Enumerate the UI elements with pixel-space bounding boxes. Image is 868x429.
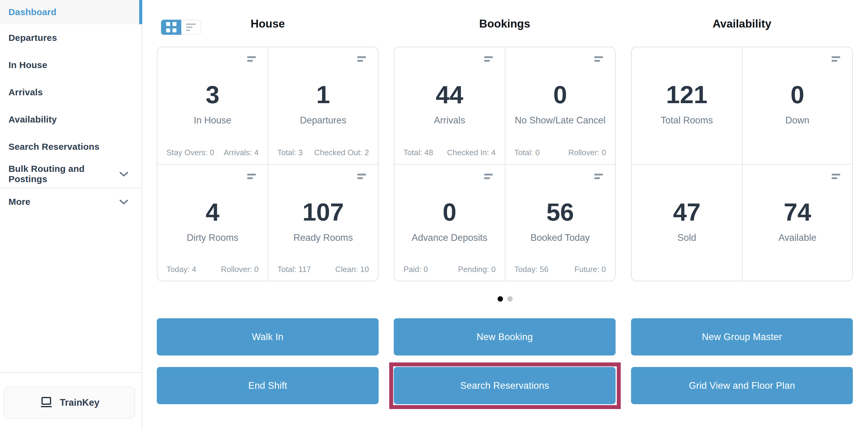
card-value: 107 (269, 200, 378, 225)
card-value: 1 (269, 82, 378, 107)
walk-in-button[interactable]: Walk In (157, 318, 379, 356)
card-value: 44 (394, 82, 505, 107)
card-value: 74 (743, 200, 852, 225)
card-stat-left: Stay Overs: 0 (166, 148, 214, 157)
card-label: Total Rooms (633, 115, 740, 126)
chevron-down-icon (119, 199, 128, 204)
carousel-dot[interactable] (507, 296, 513, 302)
card-label: Available (745, 232, 851, 243)
card-value: 3 (157, 82, 268, 107)
card-label: Departures (270, 115, 376, 126)
card-stat-right: Arrivals: 4 (224, 148, 259, 157)
card-sold[interactable]: 47 Sold (632, 164, 742, 281)
card-stat-left: Total: 3 (278, 148, 303, 157)
card-stat-right: Rollover: 0 (568, 148, 606, 157)
card-value: 56 (505, 200, 615, 225)
card-value: 0 (505, 82, 615, 107)
card-label: In House (159, 115, 266, 126)
card-label: No Show/Late Cancel (507, 115, 614, 126)
card-available[interactable]: 74 Available (742, 164, 852, 281)
card-value: 121 (632, 82, 742, 107)
list-view-icon (186, 24, 196, 31)
sidebar-item-search-reservations[interactable]: Search Reservations (0, 133, 142, 160)
sidebar-item-in-house[interactable]: In House (0, 52, 142, 79)
card-stat-left: Total: 0 (515, 148, 540, 157)
card-stat-right: Future: 0 (575, 265, 606, 274)
card-booked-today[interactable]: 56 Booked Today Today: 56 Future: 0 (505, 164, 615, 281)
carousel-dot-active[interactable] (498, 296, 503, 302)
new-booking-button[interactable]: New Booking (394, 318, 616, 356)
grid-view-toggle-button[interactable] (161, 20, 181, 35)
sidebar-item-availability[interactable]: Availability (0, 106, 142, 133)
trainkey-button[interactable]: TrainKey (4, 387, 135, 419)
section-house: House 3 In House Stay Overs: 0 Arrivals:… (157, 0, 379, 429)
dashboard-main: House 3 In House Stay Overs: 0 Arrivals:… (142, 0, 868, 429)
card-value: 0 (743, 82, 852, 107)
sidebar-item-more[interactable]: More (0, 188, 142, 216)
sidebar-nav: Dashboard Departures In House Arrivals A… (0, 0, 142, 216)
section-title: Bookings (394, 18, 616, 30)
filter-bars-icon (832, 56, 840, 62)
card-ready-rooms[interactable]: 107 Ready Rooms Total: 117 Clean: 10 (268, 164, 378, 281)
filter-bars-icon (484, 174, 493, 179)
card-stat-right: Clean: 10 (335, 265, 369, 274)
card-label: Down (745, 115, 851, 126)
grid-view-floor-plan-button[interactable]: Grid View and Floor Plan (631, 367, 853, 404)
carousel-pagination (142, 296, 868, 302)
laptop-icon (39, 397, 53, 409)
availability-card-group: 121 Total Rooms 0 Down 47 Sold 74 Availa… (631, 46, 853, 282)
sidebar-item-label: Search Reservations (8, 141, 100, 152)
new-group-master-button[interactable]: New Group Master (631, 318, 853, 356)
card-arrivals[interactable]: 44 Arrivals Total: 48 Checked In: 4 (394, 47, 505, 164)
sidebar-item-label: Dashboard (8, 7, 57, 17)
grid-view-icon (166, 22, 177, 32)
end-shift-button[interactable]: End Shift (157, 367, 379, 404)
section-bookings: Bookings 44 Arrivals Total: 48 Checked I… (394, 0, 616, 429)
sidebar-bottom-divider (0, 372, 142, 373)
card-in-house[interactable]: 3 In House Stay Overs: 0 Arrivals: 4 (157, 47, 268, 164)
sidebar-item-departures[interactable]: Departures (0, 24, 142, 52)
card-dirty-rooms[interactable]: 4 Dirty Rooms Today: 4 Rollover: 0 (157, 164, 268, 281)
card-stat-right: Pending: 0 (458, 265, 495, 274)
list-view-toggle-button[interactable] (181, 20, 201, 35)
filter-bars-icon (832, 174, 840, 179)
filter-bars-icon (594, 174, 603, 179)
card-label: Advance Deposits (396, 232, 503, 243)
card-stat-left: Paid: 0 (403, 265, 428, 274)
card-down[interactable]: 0 Down (742, 47, 852, 164)
card-value: 4 (157, 200, 268, 225)
sidebar-item-bulk-routing-and-postings[interactable]: Bulk Routing and Postings (0, 160, 142, 188)
sidebar-item-arrivals[interactable]: Arrivals (0, 79, 142, 106)
card-stat-left: Today: 56 (515, 265, 549, 274)
sidebar-item-label: Departures (8, 33, 57, 43)
card-advance-deposits[interactable]: 0 Advance Deposits Paid: 0 Pending: 0 (394, 164, 505, 281)
card-stat-right: Rollover: 0 (221, 265, 258, 274)
chevron-down-icon (119, 171, 128, 177)
search-reservations-button[interactable]: Search Reservations (394, 367, 616, 404)
trainkey-label: TrainKey (60, 397, 100, 408)
sidebar-item-label: In House (8, 60, 47, 70)
filter-bars-icon (247, 56, 256, 62)
sidebar-item-dashboard[interactable]: Dashboard (0, 0, 142, 24)
card-label: Arrivals (396, 115, 503, 126)
card-label: Booked Today (507, 232, 614, 243)
sidebar: Dashboard Departures In House Arrivals A… (0, 0, 142, 429)
house-card-group: 3 In House Stay Overs: 0 Arrivals: 4 1 D… (157, 46, 379, 282)
card-no-show-late-cancel[interactable]: 0 No Show/Late Cancel Total: 0 Rollover:… (505, 47, 615, 164)
filter-bars-icon (484, 56, 493, 62)
sidebar-item-label: Availability (8, 114, 57, 125)
card-label: Sold (633, 232, 740, 243)
card-total-rooms[interactable]: 121 Total Rooms (632, 47, 742, 164)
filter-bars-icon (247, 174, 256, 179)
sidebar-item-label: Bulk Routing and Postings (8, 164, 119, 184)
card-value: 47 (632, 200, 742, 225)
sidebar-item-label: Arrivals (8, 87, 43, 97)
card-departures[interactable]: 1 Departures Total: 3 Checked Out: 2 (268, 47, 378, 164)
card-label: Dirty Rooms (159, 232, 266, 243)
card-stat-right: Checked Out: 2 (314, 148, 369, 157)
card-stat-right: Checked In: 4 (447, 148, 495, 157)
bookings-card-group: 44 Arrivals Total: 48 Checked In: 4 0 No… (394, 46, 616, 282)
card-label: Ready Rooms (270, 232, 376, 243)
filter-bars-icon (358, 174, 366, 179)
section-availability: Availability 121 Total Rooms 0 Down 47 S… (631, 0, 853, 429)
